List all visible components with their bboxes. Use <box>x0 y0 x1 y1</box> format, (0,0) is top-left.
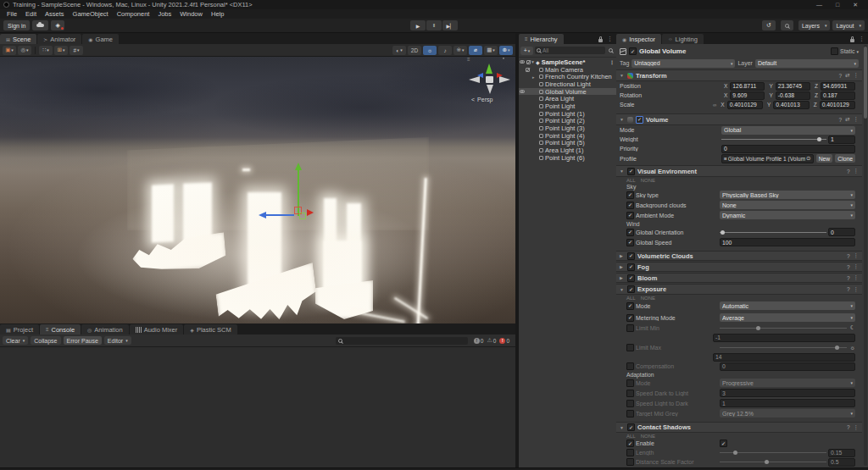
gizmo-z-cone[interactable] <box>307 209 314 216</box>
inspector-scrollbar[interactable] <box>864 45 867 466</box>
sky-type-checkbox[interactable]: ✓ <box>626 191 634 199</box>
profile-clone-button[interactable]: Clone <box>835 154 855 163</box>
enable-override-checkbox[interactable]: ✓ <box>626 440 634 447</box>
play-button[interactable]: ▶ <box>410 20 426 30</box>
minimize-button[interactable]: — <box>816 2 822 8</box>
metering-mode-dropdown[interactable]: Average▾ <box>720 313 855 322</box>
console-clear-button[interactable]: Clear▾ <box>3 336 28 345</box>
hierarchy-scene-row[interactable]: ▼ ◆ SampleScene* ⋮ <box>519 58 616 66</box>
gameobject-cube-icon[interactable] <box>620 48 626 55</box>
camera-settings-button[interactable]: ▦▾ <box>484 46 498 55</box>
tab-animation[interactable]: ◎Animation <box>81 324 129 335</box>
hierarchy-item-point-light-2[interactable]: Point Light (2) <box>519 118 616 125</box>
weight-field[interactable]: 1 <box>828 135 855 144</box>
console-log-area[interactable] <box>0 347 515 467</box>
scrollbar-thumb[interactable] <box>864 47 867 119</box>
console-collapse-toggle[interactable]: Collapse <box>31 336 60 345</box>
tag-dropdown[interactable]: Untagged▾ <box>632 59 735 68</box>
console-error-pause-toggle[interactable]: Error Pause <box>64 336 102 345</box>
limit-max-slider[interactable] <box>720 344 847 351</box>
all-button[interactable]: ALL <box>626 296 636 301</box>
distance-scale-factor-slider[interactable] <box>720 458 826 466</box>
snap-increment-button[interactable]: ⊞▾ <box>54 46 68 55</box>
length-checkbox[interactable] <box>626 449 634 456</box>
scene-viewport[interactable]: ≡ <Persp <box>0 57 515 323</box>
enable-value-checkbox[interactable]: ✓ <box>720 440 727 447</box>
position-x-field[interactable]: 126.8711 <box>730 82 765 91</box>
ambient-mode-dropdown[interactable]: Dynamic▾ <box>720 211 855 219</box>
distance-scale-factor-field[interactable]: 0.5 <box>828 458 855 467</box>
menu-help[interactable]: Help <box>207 10 228 18</box>
visibility-column-icon[interactable] <box>520 60 525 64</box>
background-clouds-dropdown[interactable]: None▾ <box>720 201 855 209</box>
bloom-header[interactable]: ▶ ✓ Bloom ?⋮ <box>616 273 862 283</box>
kebab-menu-icon[interactable]: ⋮ <box>854 274 860 281</box>
object-picker-icon[interactable]: ⊙ <box>806 155 811 162</box>
ambient-mode-checkbox[interactable]: ✓ <box>626 212 634 219</box>
help-icon[interactable]: ? <box>847 264 850 270</box>
lock-icon[interactable] <box>850 39 854 42</box>
measure-button[interactable]: #▾ <box>70 46 83 55</box>
gameobject-name[interactable]: Global Volume <box>639 47 686 55</box>
gizmos-toggle[interactable]: ⊕▾ <box>499 46 513 55</box>
kebab-menu-icon[interactable]: ⋮ <box>854 116 860 123</box>
help-icon[interactable]: ? <box>847 286 850 292</box>
limit-max-checkbox[interactable] <box>626 344 634 351</box>
error-counter[interactable]: !0 <box>499 338 509 344</box>
volumetric-clouds-header[interactable]: ▶ ✓ Volumetric Clouds ?⋮ <box>616 251 862 261</box>
layers-dropdown[interactable]: Layers▾ <box>798 20 831 30</box>
chevron-down-icon[interactable]: ▾ <box>856 49 859 54</box>
view-gizmo-x-cone[interactable] <box>497 73 503 78</box>
visibility-icon[interactable] <box>520 90 525 93</box>
speed-light-to-dark-checkbox[interactable] <box>626 400 634 407</box>
help-icon[interactable]: ? <box>847 169 850 174</box>
menu-file[interactable]: File <box>3 10 21 18</box>
visual-environment-checkbox[interactable]: ✓ <box>627 168 635 175</box>
grid-snap-button[interactable]: ∷▾ <box>39 46 53 55</box>
view-gizmo-z-cone[interactable] <box>477 73 483 78</box>
scene-kebab-icon[interactable]: ⋮ <box>609 59 616 65</box>
kebab-menu-icon[interactable]: ⋮ <box>854 72 860 79</box>
help-icon[interactable]: ? <box>838 73 842 79</box>
gizmo-x-axis[interactable] <box>265 214 294 216</box>
contact-shadows-header[interactable]: ▼ ✓ Contact Shadows ?⋮ <box>616 422 862 433</box>
search-button[interactable] <box>781 20 793 30</box>
rotation-z-field[interactable]: 0.187 <box>821 91 855 100</box>
warning-counter[interactable]: ⚠0 <box>487 337 496 344</box>
limit-min-slider[interactable] <box>720 324 847 332</box>
hierarchy-item-point-light-5[interactable]: Point Light (5) <box>519 140 616 147</box>
hierarchy-item-point-light-1[interactable]: Point Light (1) <box>519 110 616 118</box>
limit-min-field[interactable]: -1 <box>713 334 855 342</box>
kebab-menu-icon[interactable]: ⋮ <box>607 36 613 42</box>
hierarchy-item-french-country-kitchen[interactable]: ▸French Country Kitchen <box>519 73 616 80</box>
maximize-button[interactable]: □ <box>836 2 839 8</box>
volume-enabled-checkbox[interactable]: ✓ <box>636 116 643 124</box>
hierarchy-item-main-camera[interactable]: Main Camera <box>519 66 616 74</box>
scene-visibility-toggle[interactable]: ⌀ <box>469 46 482 55</box>
shading-mode-button[interactable]: ◐▾ <box>392 46 406 55</box>
compensation-checkbox[interactable] <box>626 362 634 370</box>
presets-icon[interactable]: ⇄ <box>845 72 849 79</box>
search-filter-icon[interactable] <box>607 47 615 54</box>
length-slider[interactable] <box>720 449 826 456</box>
console-search-input[interactable] <box>336 337 468 345</box>
compensation-field[interactable]: 0 <box>720 362 855 371</box>
pause-button[interactable]: ‖ <box>426 20 442 30</box>
help-icon[interactable]: ? <box>847 275 850 281</box>
foldout-icon[interactable]: ▼ <box>531 59 535 64</box>
tool-settings-button[interactable]: ▣▾ <box>3 46 16 55</box>
layer-dropdown[interactable]: Default▾ <box>755 59 859 68</box>
global-orientation-field[interactable]: 0 <box>828 228 855 236</box>
metering-mode-checkbox[interactable]: ✓ <box>626 314 634 322</box>
scale-z-field[interactable]: 0.4010129 <box>820 101 855 109</box>
none-button[interactable]: NONE <box>641 434 655 439</box>
view-gizmo-center-cube[interactable] <box>486 76 493 83</box>
global-speed-field[interactable]: 100 <box>720 238 855 246</box>
tab-lighting[interactable]: ☼Lighting <box>662 34 704 44</box>
volume-mode-dropdown[interactable]: Global▾ <box>721 126 855 135</box>
hierarchy-item-point-light-3[interactable]: Point Light (3) <box>519 124 616 132</box>
sky-type-dropdown[interactable]: Physically Based Sky▾ <box>720 191 855 199</box>
hierarchy-item-directional-light[interactable]: Directional Light <box>519 80 616 88</box>
speed-light-to-dark-field[interactable]: 1 <box>720 399 855 407</box>
active-checkbox[interactable]: ✓ <box>629 47 637 55</box>
